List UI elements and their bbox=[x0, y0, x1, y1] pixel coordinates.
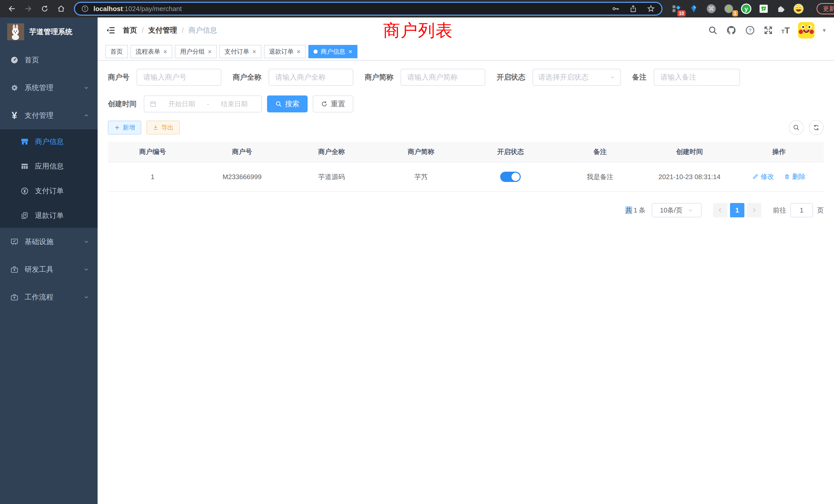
goto-page-input[interactable] bbox=[790, 203, 813, 217]
site-info-icon[interactable] bbox=[81, 5, 89, 13]
close-icon[interactable]: × bbox=[348, 48, 352, 55]
extension-kite-icon[interactable] bbox=[688, 3, 699, 14]
sidebar-item-pay[interactable]: ¥ 支付管理 bbox=[0, 101, 97, 129]
sidebar-item-app-info[interactable]: 应用信息 bbox=[0, 154, 97, 179]
close-icon[interactable]: × bbox=[252, 48, 256, 55]
chevron-down-icon bbox=[610, 74, 615, 80]
tab-refund-order[interactable]: 退款订单 × bbox=[264, 45, 306, 58]
merchant-table: 商户编号 商户号 商户全称 商户简称 开启状态 备注 创建时间 操作 1 bbox=[108, 142, 824, 192]
chevron-down-icon bbox=[83, 294, 89, 300]
table-toolbar: 新增 导出 bbox=[108, 120, 824, 135]
page-size-select[interactable]: 10条/页 bbox=[652, 203, 702, 217]
sidebar-item-workflow[interactable]: 工作流程 bbox=[0, 283, 97, 311]
extension-yudao-icon[interactable]: y bbox=[741, 3, 752, 14]
full-name-input[interactable] bbox=[269, 69, 353, 86]
cell-remark: 我是备注 bbox=[555, 162, 645, 191]
add-button[interactable]: 新增 bbox=[108, 121, 141, 135]
tab-home[interactable]: 首页 bbox=[105, 45, 128, 58]
page-annotation: 商户列表 bbox=[383, 19, 453, 42]
url-path: :1024/pay/merchant bbox=[123, 5, 182, 13]
search-icon bbox=[275, 100, 282, 107]
browser-home-button[interactable] bbox=[54, 2, 68, 16]
close-icon[interactable]: × bbox=[297, 48, 301, 55]
extensions-puzzle-icon[interactable] bbox=[775, 3, 787, 14]
current-page-button[interactable]: 1 bbox=[730, 203, 744, 217]
merchant-no-input[interactable] bbox=[137, 69, 221, 86]
avatar-caret-icon[interactable]: ▾ bbox=[823, 27, 826, 34]
profile-emoji-avatar[interactable] bbox=[793, 3, 804, 14]
sidebar-toggle-button[interactable] bbox=[106, 25, 115, 35]
browser-reload-button[interactable] bbox=[38, 2, 51, 16]
sidebar-item-pay-order[interactable]: 支付订单 bbox=[0, 179, 97, 203]
remark-group: 备注 bbox=[632, 69, 740, 86]
sidebar-item-refund-order[interactable]: 退款订单 bbox=[0, 203, 97, 228]
browser-toolbar: localhost:1024/pay/merchant 10 ⌘ bbox=[0, 0, 834, 18]
chevron-down-icon bbox=[83, 85, 89, 91]
browser-update-button[interactable]: 更新 bbox=[816, 3, 834, 14]
tab-process-form[interactable]: 流程表单 × bbox=[130, 45, 172, 58]
browser-forward-button[interactable] bbox=[22, 2, 35, 16]
full-name-group: 商户全称 bbox=[233, 69, 353, 86]
remark-input[interactable] bbox=[654, 69, 740, 86]
help-icon[interactable]: ? bbox=[745, 25, 755, 36]
prev-page-button[interactable] bbox=[713, 203, 727, 217]
fullscreen-icon[interactable] bbox=[763, 25, 773, 35]
close-icon[interactable]: × bbox=[208, 48, 212, 55]
yen-circle-icon bbox=[19, 187, 31, 195]
sidebar-item-infra[interactable]: 基础设施 bbox=[0, 228, 97, 256]
plus-icon bbox=[114, 124, 120, 131]
date-range-picker[interactable]: 开始日期 - 结束日期 bbox=[144, 95, 262, 112]
breadcrumb-home[interactable]: 首页 bbox=[123, 25, 137, 35]
header-search-icon[interactable] bbox=[708, 25, 718, 35]
extension-command-icon[interactable]: ⌘ bbox=[706, 3, 717, 14]
browser-back-button[interactable] bbox=[5, 2, 19, 16]
bookmark-star-icon[interactable] bbox=[646, 4, 655, 13]
user-avatar[interactable] bbox=[798, 22, 814, 39]
font-size-icon[interactable]: TT bbox=[781, 25, 790, 36]
dashboard-icon bbox=[8, 56, 21, 64]
github-icon[interactable] bbox=[726, 25, 737, 36]
table-header-row: 商户编号 商户号 商户全称 商户简称 开启状态 备注 创建时间 操作 bbox=[108, 142, 824, 162]
extension-devtools-icon[interactable]: 10 bbox=[671, 3, 682, 14]
sidebar-item-merchant-info[interactable]: 商户信息 bbox=[0, 129, 97, 154]
sidebar-item-devtools[interactable]: 研发工具 bbox=[0, 256, 97, 283]
main-area: 首页 / 支付管理 / 商户信息 商户列表 ? bbox=[97, 18, 834, 504]
search-button[interactable]: 搜索 bbox=[267, 95, 308, 112]
delete-link[interactable]: 删除 bbox=[784, 172, 806, 181]
app-root: localhost:1024/pay/merchant 10 ⌘ bbox=[0, 0, 834, 504]
share-icon[interactable] bbox=[629, 5, 637, 13]
reset-button[interactable]: 重置 bbox=[313, 95, 353, 112]
extension-chat-icon[interactable] bbox=[758, 3, 769, 14]
search-form-row-2: 创建时间 开始日期 - 结束日期 搜索 bbox=[108, 95, 824, 112]
cell-create-time: 2021-10-23 08:31:14 bbox=[645, 162, 734, 191]
cell-merchant-id: 1 bbox=[108, 162, 197, 191]
search-form-row-1: 商户号 商户全称 商户简称 开启状态 请选择开启状态 bbox=[108, 69, 824, 86]
sidebar-menu: 首页 系统管理 ¥ 支付管理 bbox=[0, 46, 97, 311]
breadcrumb-pay[interactable]: 支付管理 bbox=[148, 25, 177, 35]
export-button[interactable]: 导出 bbox=[146, 121, 180, 135]
refresh-table-button[interactable] bbox=[809, 120, 824, 135]
create-time-label: 创建时间 bbox=[108, 99, 137, 109]
short-name-input[interactable] bbox=[400, 69, 485, 86]
password-key-icon[interactable] bbox=[611, 4, 620, 13]
address-bar[interactable]: localhost:1024/pay/merchant bbox=[74, 2, 662, 16]
tab-user-group[interactable]: 用户分组 × bbox=[175, 45, 217, 58]
status-select[interactable]: 请选择开启状态 bbox=[532, 69, 621, 86]
sidebar-item-home[interactable]: 首页 bbox=[0, 46, 97, 74]
sidebar-item-system[interactable]: 系统管理 bbox=[0, 74, 97, 101]
tab-merchant-info[interactable]: 商户信息 × bbox=[308, 45, 357, 58]
search-icon bbox=[793, 124, 800, 131]
table-grid-icon bbox=[19, 162, 31, 171]
sidebar-logo-row[interactable]: 芋道管理系统 bbox=[0, 18, 97, 46]
status-toggle[interactable] bbox=[500, 172, 521, 182]
next-page-button[interactable] bbox=[747, 203, 761, 217]
edit-link[interactable]: 修改 bbox=[752, 172, 774, 181]
close-icon[interactable]: × bbox=[163, 48, 167, 55]
reload-icon bbox=[41, 5, 49, 13]
toggle-search-button[interactable] bbox=[789, 120, 804, 135]
tab-pay-order[interactable]: 支付订单 × bbox=[219, 45, 261, 58]
extension-status-icon[interactable]: 1 bbox=[723, 3, 734, 14]
app-title: 芋道管理系统 bbox=[29, 27, 72, 37]
yen-icon: ¥ bbox=[8, 110, 21, 121]
page-content: 商户号 商户全称 商户简称 开启状态 请选择开启状态 bbox=[97, 61, 834, 504]
